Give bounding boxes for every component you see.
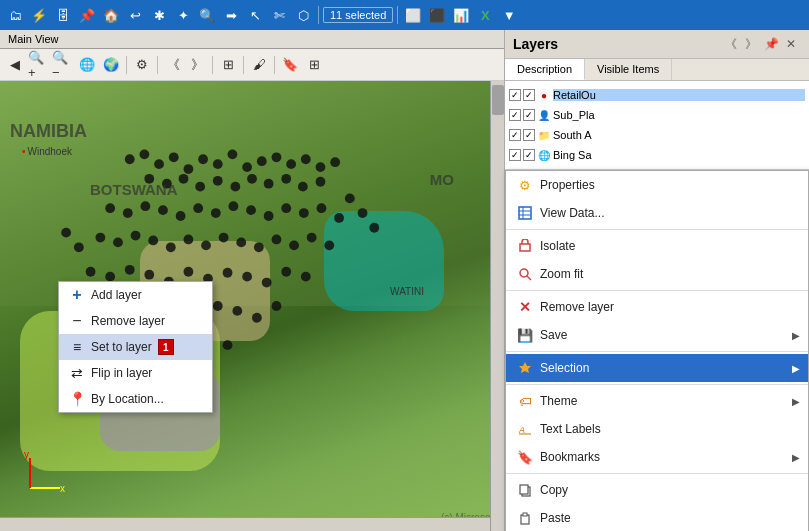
right-context-menu: ⚙ Properties View Data... Isolate (505, 170, 809, 531)
toolbar-icon-8[interactable]: ✦ (172, 4, 194, 26)
sep-2 (506, 290, 808, 291)
layer-vis-4[interactable] (523, 149, 535, 161)
map-background: NAMIBIA BOTSWANA MO •Windhoek WATINI LES… (0, 81, 504, 531)
map-tool-arrow-right[interactable]: 》 (186, 54, 208, 76)
layer-name-3: South A (553, 129, 805, 141)
layer-cb-2[interactable] (509, 109, 521, 121)
map-tool-paint[interactable]: 🖌 (248, 54, 270, 76)
ctx-properties[interactable]: ⚙ Properties (506, 171, 808, 199)
ctx-copy[interactable]: Copy (506, 476, 808, 504)
ctx-theme[interactable]: 🏷 Theme ▶ (506, 387, 808, 415)
layers-nav-next[interactable]: 》 (741, 34, 761, 54)
map-tool-back[interactable]: ◀ (4, 54, 26, 76)
toolbar-icon-14[interactable]: ⬜ (402, 4, 424, 26)
toolbar-icon-1[interactable]: 🗂 (4, 4, 26, 26)
ctx-selection[interactable]: Selection ▶ (506, 354, 808, 382)
paste-icon (516, 509, 534, 527)
layer-vis-3[interactable] (523, 129, 535, 141)
ctx-bookmarks[interactable]: 🔖 Bookmarks ▶ (506, 443, 808, 471)
layers-tabs: Description Visible Items (505, 59, 809, 81)
separator-2 (397, 6, 398, 24)
ctx-save[interactable]: 💾 Save ▶ (506, 321, 808, 349)
add-icon: + (69, 287, 85, 303)
ctx-by-location[interactable]: 📍 By Location... (59, 386, 212, 412)
layer-cb-1[interactable] (509, 89, 521, 101)
tab-description[interactable]: Description (505, 59, 585, 80)
layer-item-south[interactable]: 📁 South A (505, 125, 809, 145)
layers-nav-prev[interactable]: 《 (721, 34, 741, 54)
toolbar-icon-2[interactable]: ⚡ (28, 4, 50, 26)
svg-rect-106 (520, 485, 528, 494)
ctx-paste[interactable]: Paste (506, 504, 808, 531)
layer-item-subpla[interactable]: 👤 Sub_Pla (505, 105, 809, 125)
map-tool-gear[interactable]: ⚙ (131, 54, 153, 76)
ctx-set-to-layer[interactable]: ≡ Set to layer 1 (59, 334, 212, 360)
svg-text:y: y (24, 449, 29, 460)
view-tab[interactable]: Main View (0, 30, 504, 49)
isolate-icon (516, 237, 534, 255)
map-tool-globe2[interactable]: 🌍 (100, 54, 122, 76)
layer-context-menu: + Add layer − Remove layer ≡ Set to laye… (58, 281, 213, 413)
toolbar-icon-4[interactable]: 📌 (76, 4, 98, 26)
map-container[interactable]: NAMIBIA BOTSWANA MO •Windhoek WATINI LES… (0, 81, 504, 531)
sep-5 (506, 473, 808, 474)
layers-pin[interactable]: 📌 (761, 34, 781, 54)
ctx-remove-layer[interactable]: ✕ Remove layer (506, 293, 808, 321)
svg-point-100 (520, 269, 528, 277)
map-scrollbar-bottom[interactable] (0, 517, 490, 531)
ctx-view-data[interactable]: View Data... (506, 199, 808, 227)
toolbar-icon-6[interactable]: ↩ (124, 4, 146, 26)
layer-item-retailou[interactable]: ● RetailOu (505, 85, 809, 105)
toolbar-icon-excel[interactable]: X (474, 4, 496, 26)
tab-visible-items[interactable]: Visible Items (585, 59, 672, 80)
toolbar-icon-13[interactable]: ⬡ (292, 4, 314, 26)
selection-arrow: ▶ (792, 363, 800, 374)
save-icon: 💾 (516, 326, 534, 344)
ctx-remove-label: Remove layer (91, 314, 165, 328)
layer-icon-1: ● (537, 88, 551, 102)
map-tool-zoomout[interactable]: 🔍− (52, 54, 74, 76)
toolbar-icon-7[interactable]: ✱ (148, 4, 170, 26)
toolbar-icon-16[interactable]: 📊 (450, 4, 472, 26)
toolbar-icon-9[interactable]: 🔍 (196, 4, 218, 26)
ctx-remove-layer-left[interactable]: − Remove layer (59, 308, 212, 334)
ctx-add-layer[interactable]: + Add layer (59, 282, 212, 308)
layer-cb-3[interactable] (509, 129, 521, 141)
layer-item-bing[interactable]: 🌐 Bing Sa (505, 145, 809, 165)
map-sep4 (243, 56, 244, 74)
map-tool-zoomin[interactable]: 🔍+ (28, 54, 50, 76)
ctx-remove-layer-label: Remove layer (540, 300, 614, 314)
map-sep2 (157, 56, 158, 74)
ctx-isolate[interactable]: Isolate (506, 232, 808, 260)
main-area: Main View ◀ 🔍+ 🔍− 🌐 🌍 ⚙ 《 》 ⊞ 🖌 🔖 ⊞ (0, 30, 809, 531)
toolbar-icon-11[interactable]: ↖ (244, 4, 266, 26)
ctx-view-data-label: View Data... (540, 206, 604, 220)
map-tool-more[interactable]: ⊞ (303, 54, 325, 76)
map-scrollbar-right[interactable] (490, 81, 504, 531)
top-toolbar: 🗂 ⚡ 🗄 📌 🏠 ↩ ✱ ✦ 🔍 ➡ ↖ ✄ ⬡ 11 selected ⬜ … (0, 0, 809, 30)
ctx-zoom-fit[interactable]: Zoom fit (506, 260, 808, 288)
map-tool-globe1[interactable]: 🌐 (76, 54, 98, 76)
map-tool-grid[interactable]: ⊞ (217, 54, 239, 76)
map-scrollbar-thumb[interactable] (492, 85, 504, 115)
toolbar-icon-17[interactable]: ▼ (498, 4, 520, 26)
region-teal (324, 211, 444, 311)
toolbar-icon-5[interactable]: 🏠 (100, 4, 122, 26)
layers-close[interactable]: ✕ (781, 34, 801, 54)
ctx-flip-in-layer[interactable]: ⇄ Flip in layer (59, 360, 212, 386)
toolbar-icon-15[interactable]: ⬛ (426, 4, 448, 26)
ctx-text-labels[interactable]: A Text Labels (506, 415, 808, 443)
flip-icon: ⇄ (69, 365, 85, 381)
map-tool-arrow-left[interactable]: 《 (162, 54, 184, 76)
layer-cb-4[interactable] (509, 149, 521, 161)
layer-icon-4: 🌐 (537, 148, 551, 162)
toolbar-icon-10[interactable]: ➡ (220, 4, 242, 26)
layer-vis-2[interactable] (523, 109, 535, 121)
map-label-namibia: NAMIBIA (10, 121, 87, 142)
map-label-moz: MO (430, 171, 454, 188)
properties-icon: ⚙ (516, 176, 534, 194)
toolbar-icon-12[interactable]: ✄ (268, 4, 290, 26)
map-tool-bookmark[interactable]: 🔖 (279, 54, 301, 76)
layer-vis-1[interactable] (523, 89, 535, 101)
toolbar-icon-3[interactable]: 🗄 (52, 4, 74, 26)
